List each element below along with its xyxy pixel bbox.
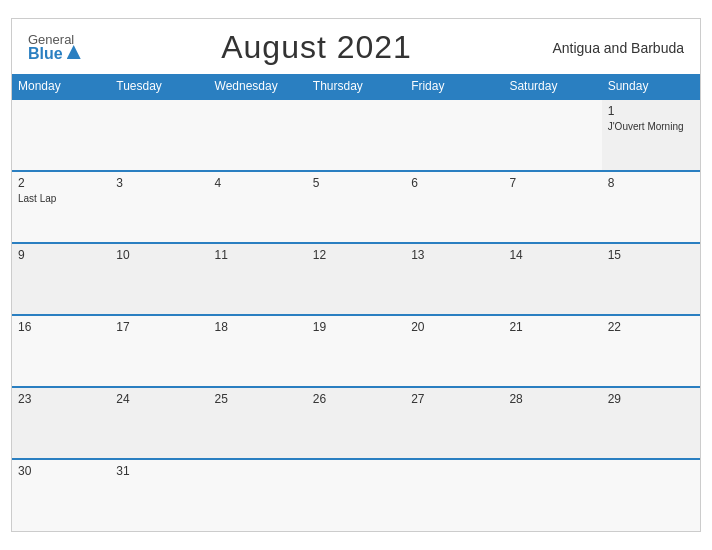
- weekday-header-friday: Friday: [405, 74, 503, 99]
- day-number: 12: [313, 248, 399, 262]
- calendar-container: General Blue August 2021 Antigua and Bar…: [11, 18, 701, 532]
- calendar-cell: [405, 459, 503, 531]
- calendar-cell: [307, 459, 405, 531]
- day-number: 17: [116, 320, 202, 334]
- calendar-cell: 3: [110, 171, 208, 243]
- day-number: 25: [215, 392, 301, 406]
- day-number: 6: [411, 176, 497, 190]
- calendar-cell: 2Last Lap: [12, 171, 110, 243]
- day-number: 4: [215, 176, 301, 190]
- day-number: 13: [411, 248, 497, 262]
- calendar-cell: 9: [12, 243, 110, 315]
- day-number: 2: [18, 176, 104, 190]
- day-number: 18: [215, 320, 301, 334]
- calendar-cell: [209, 99, 307, 171]
- calendar-cell: 21: [503, 315, 601, 387]
- day-number: 21: [509, 320, 595, 334]
- weekday-header-wednesday: Wednesday: [209, 74, 307, 99]
- day-number: 27: [411, 392, 497, 406]
- day-number: 19: [313, 320, 399, 334]
- calendar-cell: 8: [602, 171, 700, 243]
- day-number: 3: [116, 176, 202, 190]
- calendar-week-row: 23242526272829: [12, 387, 700, 459]
- calendar-cell: 22: [602, 315, 700, 387]
- calendar-cell: 4: [209, 171, 307, 243]
- calendar-cell: [503, 99, 601, 171]
- calendar-cell: [307, 99, 405, 171]
- calendar-cell: 16: [12, 315, 110, 387]
- day-number: 23: [18, 392, 104, 406]
- calendar-cell: 15: [602, 243, 700, 315]
- calendar-cell: 10: [110, 243, 208, 315]
- calendar-cell: 5: [307, 171, 405, 243]
- calendar-cell: 30: [12, 459, 110, 531]
- calendar-cell: 29: [602, 387, 700, 459]
- weekday-header-monday: Monday: [12, 74, 110, 99]
- day-number: 14: [509, 248, 595, 262]
- calendar-header: General Blue August 2021 Antigua and Bar…: [12, 19, 700, 74]
- calendar-week-row: 2Last Lap345678: [12, 171, 700, 243]
- logo-flag-icon: [67, 45, 81, 59]
- weekday-header-saturday: Saturday: [503, 74, 601, 99]
- calendar-cell: [602, 459, 700, 531]
- calendar-cell: 6: [405, 171, 503, 243]
- calendar-cell: 20: [405, 315, 503, 387]
- day-number: 16: [18, 320, 104, 334]
- day-number: 20: [411, 320, 497, 334]
- calendar-cell: 18: [209, 315, 307, 387]
- day-number: 24: [116, 392, 202, 406]
- calendar-grid: MondayTuesdayWednesdayThursdayFridaySatu…: [12, 74, 700, 531]
- calendar-cell: 14: [503, 243, 601, 315]
- calendar-cell: 12: [307, 243, 405, 315]
- calendar-cell: 1J'Ouvert Morning: [602, 99, 700, 171]
- calendar-week-row: 3031: [12, 459, 700, 531]
- day-number: 7: [509, 176, 595, 190]
- calendar-title: August 2021: [221, 29, 412, 66]
- weekday-header-tuesday: Tuesday: [110, 74, 208, 99]
- day-number: 11: [215, 248, 301, 262]
- day-number: 5: [313, 176, 399, 190]
- calendar-week-row: 16171819202122: [12, 315, 700, 387]
- day-number: 26: [313, 392, 399, 406]
- day-number: 8: [608, 176, 694, 190]
- day-number: 28: [509, 392, 595, 406]
- calendar-cell: 17: [110, 315, 208, 387]
- calendar-cell: 7: [503, 171, 601, 243]
- day-event: Last Lap: [18, 192, 104, 205]
- calendar-cell: 11: [209, 243, 307, 315]
- weekday-header-sunday: Sunday: [602, 74, 700, 99]
- calendar-weekdays-header: MondayTuesdayWednesdayThursdayFridaySatu…: [12, 74, 700, 99]
- calendar-cell: 13: [405, 243, 503, 315]
- calendar-cell: 31: [110, 459, 208, 531]
- calendar-cell: 19: [307, 315, 405, 387]
- calendar-cell: 28: [503, 387, 601, 459]
- calendar-cell: 26: [307, 387, 405, 459]
- logo: General Blue: [28, 33, 81, 62]
- day-event: J'Ouvert Morning: [608, 120, 694, 133]
- calendar-cell: 23: [12, 387, 110, 459]
- weekday-header-thursday: Thursday: [307, 74, 405, 99]
- day-number: 31: [116, 464, 202, 478]
- day-number: 30: [18, 464, 104, 478]
- day-number: 1: [608, 104, 694, 118]
- day-number: 15: [608, 248, 694, 262]
- calendar-cell: [12, 99, 110, 171]
- day-number: 10: [116, 248, 202, 262]
- calendar-cell: 24: [110, 387, 208, 459]
- calendar-cell: 25: [209, 387, 307, 459]
- calendar-cell: [503, 459, 601, 531]
- calendar-body: 1J'Ouvert Morning2Last Lap34567891011121…: [12, 99, 700, 531]
- calendar-cell: [405, 99, 503, 171]
- calendar-cell: [110, 99, 208, 171]
- day-number: 29: [608, 392, 694, 406]
- calendar-country: Antigua and Barbuda: [552, 40, 684, 56]
- calendar-cell: 27: [405, 387, 503, 459]
- calendar-week-row: 9101112131415: [12, 243, 700, 315]
- day-number: 22: [608, 320, 694, 334]
- calendar-cell: [209, 459, 307, 531]
- calendar-week-row: 1J'Ouvert Morning: [12, 99, 700, 171]
- logo-blue-text: Blue: [28, 46, 63, 62]
- day-number: 9: [18, 248, 104, 262]
